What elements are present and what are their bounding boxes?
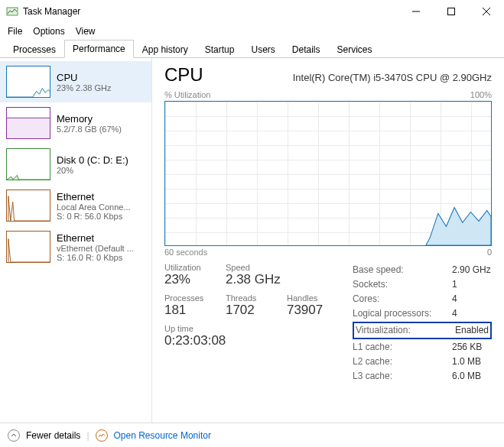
page-title: CPU	[164, 64, 203, 86]
l1-cache-value: 256 KB	[452, 340, 482, 355]
logical-processors-key: Logical processors:	[353, 306, 452, 321]
menubar: File Options View	[0, 23, 504, 40]
uptime-value: 0:23:03:08	[164, 333, 256, 348]
tab-performance[interactable]: Performance	[64, 40, 134, 58]
menu-view[interactable]: View	[76, 26, 96, 37]
perf-sidebar: CPU 23% 2.38 GHz Memory 5.2/7.8 GB (67%)…	[0, 58, 152, 423]
yaxis-label: % Utilization	[164, 90, 211, 99]
logical-processors-value: 4	[452, 306, 457, 321]
virtualization-key: Virtualization:	[356, 323, 455, 338]
memory-thumb-icon	[6, 107, 50, 139]
sidebar-cpu-label: CPU	[57, 72, 112, 83]
cpu-utilization-chart[interactable]	[164, 101, 492, 246]
virtualization-highlight: Virtualization:Enabled	[353, 322, 492, 339]
cpu-model: Intel(R) Core(TM) i5-3470S CPU @ 2.90GHz	[293, 72, 492, 83]
tab-details[interactable]: Details	[284, 40, 329, 58]
processes-label: Processes	[164, 293, 207, 303]
processes-value: 181	[164, 303, 207, 318]
cores-value: 4	[452, 292, 457, 306]
svg-rect-2	[448, 8, 455, 15]
tab-processes[interactable]: Processes	[5, 40, 64, 58]
close-button[interactable]	[469, 0, 504, 23]
svg-rect-0	[7, 8, 18, 15]
sidebar-eth2-sub2: S: 16.0 R: 0 Kbps	[57, 253, 134, 262]
cores-key: Cores:	[353, 292, 452, 306]
l1-cache-key: L1 cache:	[353, 340, 452, 355]
menu-file[interactable]: File	[8, 26, 22, 37]
sidebar-item-memory[interactable]: Memory 5.2/7.8 GB (67%)	[0, 102, 151, 144]
l3-cache-value: 6.0 MB	[452, 369, 481, 384]
maximize-button[interactable]	[434, 0, 469, 23]
base-speed-value: 2.90 GHz	[452, 263, 491, 277]
yaxis-max: 100%	[470, 90, 492, 99]
xaxis-right: 0	[487, 248, 492, 257]
disk-thumb-icon	[6, 148, 50, 180]
tab-users[interactable]: Users	[242, 40, 283, 58]
minimize-button[interactable]	[398, 0, 434, 23]
sidebar-item-disk[interactable]: Disk 0 (C: D: E:) 20%	[0, 144, 151, 185]
app-icon	[6, 5, 18, 18]
window-title: Task Manager	[23, 6, 80, 17]
tab-services[interactable]: Services	[329, 40, 381, 58]
resource-monitor-icon[interactable]	[96, 429, 108, 442]
perf-main: CPU Intel(R) Core(TM) i5-3470S CPU @ 2.9…	[152, 58, 504, 423]
l2-cache-key: L2 cache:	[353, 355, 452, 369]
speed-label: Speed	[226, 263, 268, 272]
ethernet-thumb-icon	[6, 231, 50, 263]
l2-cache-value: 1.0 MB	[452, 355, 481, 369]
fewer-details-button[interactable]: Fewer details	[26, 430, 80, 441]
base-speed-key: Base speed:	[353, 263, 452, 277]
util-label: Utilization	[164, 263, 207, 272]
tabstrip: Processes Performance App history Startu…	[0, 40, 504, 58]
sidebar-cpu-sub: 23% 2.38 GHz	[57, 83, 112, 92]
speed-value: 2.38 GHz	[226, 272, 294, 287]
open-resource-monitor-link[interactable]: Open Resource Monitor	[114, 430, 211, 441]
chevron-up-icon[interactable]	[8, 429, 20, 442]
sockets-value: 1	[452, 277, 457, 292]
tab-app-history[interactable]: App history	[134, 40, 197, 58]
handles-value: 73907	[287, 303, 330, 318]
sidebar-eth1-sub2: S: 0 R: 56.0 Kbps	[57, 212, 131, 221]
threads-value: 1702	[226, 303, 268, 318]
sidebar-disk-label: Disk 0 (C: D: E:)	[57, 154, 128, 166]
sidebar-disk-sub: 20%	[57, 166, 128, 175]
xaxis-left: 60 seconds	[164, 248, 207, 257]
virtualization-value: Enabled	[455, 323, 489, 338]
sidebar-item-ethernet-1[interactable]: Ethernet Local Area Conne... S: 0 R: 56.…	[0, 185, 151, 226]
handles-label: Handles	[287, 293, 330, 303]
sidebar-memory-sub: 5.2/7.8 GB (67%)	[57, 125, 122, 134]
sidebar-eth1-label: Ethernet	[57, 191, 131, 202]
cpu-thumb-icon	[6, 66, 50, 98]
threads-label: Threads	[226, 293, 268, 303]
sidebar-memory-label: Memory	[57, 113, 122, 125]
tab-startup[interactable]: Startup	[197, 40, 243, 58]
util-value: 23%	[164, 272, 207, 287]
l3-cache-key: L3 cache:	[353, 369, 452, 384]
titlebar: Task Manager	[0, 0, 504, 23]
sidebar-eth2-sub: vEthernet (Default ...	[57, 244, 134, 253]
sidebar-item-cpu[interactable]: CPU 23% 2.38 GHz	[0, 61, 151, 102]
footer: Fewer details | Open Resource Monitor	[0, 423, 504, 447]
svg-rect-5	[7, 118, 50, 138]
menu-options[interactable]: Options	[33, 26, 64, 37]
sidebar-eth1-sub: Local Area Conne...	[57, 202, 131, 212]
sidebar-item-ethernet-2[interactable]: Ethernet vEthernet (Default ... S: 16.0 …	[0, 226, 151, 267]
sidebar-eth2-label: Ethernet	[57, 232, 134, 244]
ethernet-thumb-icon	[6, 189, 50, 222]
sockets-key: Sockets:	[353, 277, 452, 292]
uptime-label: Up time	[164, 324, 207, 333]
